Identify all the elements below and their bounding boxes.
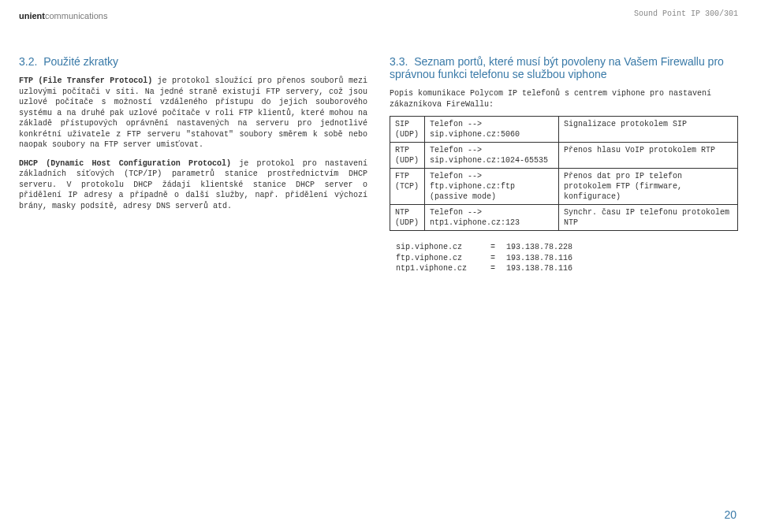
table-cell: Přenos dat pro IP telefon protokolem FTP…: [559, 169, 738, 205]
table-row: SIP(UDP)Telefon -->sip.viphone.cz:5060Si…: [390, 117, 738, 143]
left-column: 3.2. Použité zkratky FTP (File Transfer …: [19, 55, 367, 500]
paragraph-ftp: FTP (File Transfer Protocol) je protokol…: [19, 76, 367, 151]
host-row: ntp1.viphone.cz= 193.138.78.116: [396, 263, 738, 274]
firewall-desc: Popis komunikace Polycom IP telefonů s c…: [390, 88, 738, 110]
host-list: sip.viphone.cz= 193.138.78.228ftp.viphon…: [396, 242, 738, 274]
table-cell: SIP(UDP): [390, 117, 425, 143]
host-row: ftp.viphone.cz= 193.138.78.116: [396, 253, 738, 264]
table-cell: Telefon -->sip.viphone.cz:1024-65535: [425, 143, 559, 169]
table-cell: NTP(UDP): [390, 205, 425, 231]
host-row: sip.viphone.cz= 193.138.78.228: [396, 242, 738, 253]
paragraph-dhcp: DHCP (Dynamic Host Configuration Protoco…: [19, 158, 367, 212]
protocol-table: SIP(UDP)Telefon -->sip.viphone.cz:5060Si…: [390, 116, 738, 231]
table-row: NTP(UDP)Telefon -->ntp1.viphone.cz:123Sy…: [390, 205, 738, 231]
table-cell: Telefon -->sip.viphone.cz:5060: [425, 117, 559, 143]
right-column: 3.3. Seznam portů, které musí být povole…: [390, 55, 738, 500]
table-cell: RTP(UDP): [390, 143, 425, 169]
table-cell: Telefon -->ftp.viphone.cz:ftp (passive m…: [425, 169, 559, 205]
table-cell: Synchr. času IP telefonu protokolem NTP: [559, 205, 738, 231]
page-number: 20: [724, 508, 736, 521]
section-heading-3-2: 3.2. Použité zkratky: [19, 55, 367, 68]
table-row: RTP(UDP)Telefon -->sip.viphone.cz:1024-6…: [390, 143, 738, 169]
table-cell: Přenos hlasu VoIP protokolem RTP: [559, 143, 738, 169]
table-cell: Signalizace protokolem SIP: [559, 117, 738, 143]
device-label: Sound Point IP 300/301: [634, 9, 738, 18]
table-cell: FTP(TCP): [390, 169, 425, 205]
section-heading-3-3: 3.3. Seznam portů, které musí být povole…: [390, 55, 738, 80]
brand-logo: unientcommunications: [19, 11, 107, 20]
table-cell: Telefon -->ntp1.viphone.cz:123: [425, 205, 559, 231]
table-row: FTP(TCP)Telefon -->ftp.viphone.cz:ftp (p…: [390, 169, 738, 205]
